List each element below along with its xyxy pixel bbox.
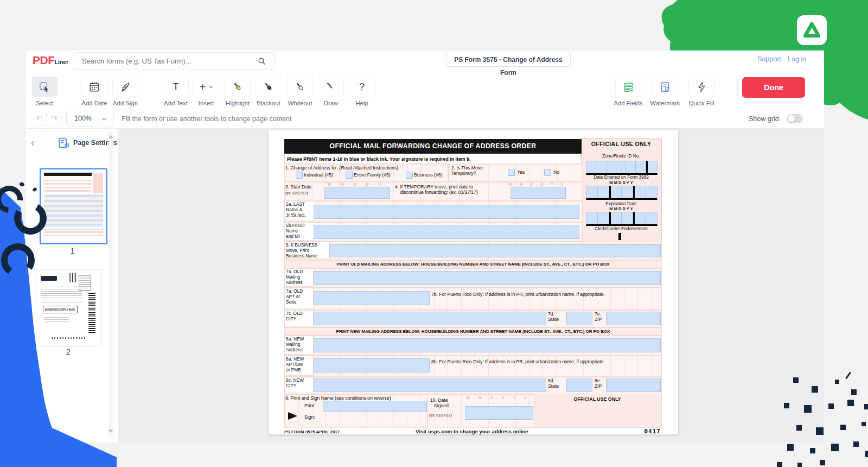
tool-select[interactable]: Select bbox=[29, 77, 60, 106]
sidebar-collapse-icon[interactable]: ‹ bbox=[31, 136, 35, 149]
option-no: No bbox=[553, 169, 559, 175]
tool-blackout[interactable]: Blackout bbox=[253, 77, 284, 106]
signature-pen-icon bbox=[112, 77, 138, 97]
field-print-name[interactable] bbox=[323, 401, 427, 412]
logo-pdf-text: PDF bbox=[33, 54, 55, 66]
old-address-header: PRINT OLD MAILING ADDRESS BELOW: HOUSE/B… bbox=[284, 260, 662, 268]
field-new-city[interactable] bbox=[314, 378, 546, 392]
redo-button[interactable]: ↷ bbox=[47, 112, 62, 126]
tool-add-text[interactable]: T Add Text bbox=[160, 77, 192, 106]
item7a-label: 7a. OLD Mailing Address bbox=[284, 268, 314, 287]
option-business: Business (#6) bbox=[414, 172, 442, 178]
clerk-endorsement-mark bbox=[618, 233, 621, 240]
new-address-header: PRINT NEW MAILING ADDRESS BELOW: HOUSE/B… bbox=[284, 327, 662, 336]
field-discontinue-date[interactable] bbox=[510, 187, 566, 199]
item4-label: 4. If TEMPORARY move, print date to disc… bbox=[395, 184, 478, 195]
item8c-label: 8c. NEW CITY bbox=[284, 377, 314, 393]
field-first-name[interactable] bbox=[314, 225, 579, 239]
done-button[interactable]: Done bbox=[742, 77, 805, 98]
mmddyy-label: M M D D Y Y bbox=[584, 180, 659, 185]
pdfliner-logo-glyph bbox=[802, 21, 821, 40]
checkbox-entire-family[interactable] bbox=[346, 172, 353, 179]
checkbox-yes[interactable] bbox=[508, 169, 515, 176]
print-note: Please PRINT items 1-10 in blue or black… bbox=[284, 155, 582, 163]
checkbox-business[interactable] bbox=[406, 172, 413, 179]
field-business-name[interactable] bbox=[329, 244, 661, 257]
item10-example: (ex. 01/27/17) bbox=[429, 413, 452, 418]
tool-insert[interactable]: + Insert bbox=[190, 77, 222, 106]
field-new-apt[interactable] bbox=[314, 358, 430, 373]
field-old-mailing-address[interactable] bbox=[314, 271, 661, 285]
tool-watermark[interactable]: Watermark bbox=[649, 77, 681, 106]
pdf-page: OFFICIAL MAIL FORWARDING CHANGE OF ADDRE… bbox=[269, 130, 678, 434]
blackout-brush-icon bbox=[256, 77, 282, 97]
tool-draw[interactable]: Draw bbox=[315, 77, 347, 106]
field-date-signed[interactable] bbox=[465, 406, 533, 420]
form-title-bar: OFFICIAL MAIL FORWARDING CHANGE OF ADDRE… bbox=[284, 139, 582, 154]
toggle-knob bbox=[788, 115, 795, 122]
watermark-icon bbox=[652, 77, 678, 97]
search-input[interactable] bbox=[81, 53, 257, 69]
field-new-zip[interactable] bbox=[606, 378, 661, 392]
logo-liner-text: Liner bbox=[55, 59, 69, 65]
sign-arrow-icon bbox=[288, 412, 297, 420]
tool-whiteout[interactable]: Whiteout bbox=[284, 77, 316, 106]
tool-add-sign[interactable]: Add Sign bbox=[110, 77, 141, 106]
field-date-entered[interactable] bbox=[586, 186, 658, 200]
field-old-city[interactable] bbox=[314, 312, 546, 325]
scroll-up-icon[interactable] bbox=[108, 135, 113, 138]
field-old-apt[interactable] bbox=[314, 291, 430, 305]
item2-label: 2. Is This Move Temporary? bbox=[451, 165, 483, 176]
zone-route-label: Zone/Route ID No. bbox=[582, 153, 661, 159]
item5a-label: 5a. LAST Name & Jr./Sr./etc. bbox=[284, 201, 315, 221]
field-new-mailing-address[interactable] bbox=[314, 338, 661, 352]
tool-add-fields[interactable]: Add Fields bbox=[612, 77, 644, 106]
undo-button[interactable]: ↶ bbox=[31, 112, 47, 126]
undo-icon: ↶ bbox=[36, 113, 43, 123]
field-old-state[interactable] bbox=[566, 312, 592, 325]
login-link[interactable]: Log in bbox=[788, 55, 806, 63]
item7e-label: 7e. ZIP bbox=[595, 311, 602, 323]
calendar-icon bbox=[81, 77, 107, 97]
field-zone-route[interactable] bbox=[586, 161, 658, 175]
field-start-date[interactable] bbox=[324, 187, 390, 199]
field-expiration-date[interactable] bbox=[586, 212, 658, 226]
visit-url: usps.com bbox=[428, 428, 452, 434]
item5b-label: 5b.FIRST Name and MI bbox=[284, 222, 315, 241]
date-entered-label: Date Entered on Form 3982 bbox=[582, 175, 661, 180]
mmddyy-hint: M M D D Y Y bbox=[464, 396, 533, 400]
zoom-select[interactable]: 100% bbox=[66, 111, 114, 127]
show-grid-toggle[interactable] bbox=[787, 114, 803, 123]
field-last-name[interactable] bbox=[314, 205, 579, 219]
tool-add-date[interactable]: Add Date bbox=[79, 77, 110, 106]
official-use-title: OFFICIAL USE ONLY bbox=[534, 396, 661, 402]
checkbox-no[interactable] bbox=[544, 169, 551, 176]
visit-note: Visit usps.com to change your address on… bbox=[377, 428, 567, 434]
item9-label: 9. Print and Sign Name (see conditions o… bbox=[285, 395, 391, 401]
tool-highlight[interactable]: Highlight bbox=[222, 77, 253, 106]
tool-quick-fill[interactable]: Quick Fill bbox=[686, 77, 717, 106]
draw-brush-icon bbox=[318, 77, 344, 97]
speck-decoration bbox=[845, 371, 851, 379]
highlight-brush-icon bbox=[225, 77, 251, 97]
field-new-state[interactable] bbox=[566, 378, 592, 392]
tool-help[interactable]: ? Help bbox=[346, 77, 378, 106]
help-icon: ? bbox=[349, 77, 375, 97]
form-code: 0417 bbox=[627, 428, 661, 435]
divider bbox=[427, 394, 428, 427]
search-box[interactable] bbox=[73, 52, 275, 70]
text-icon: T bbox=[163, 77, 189, 97]
divider bbox=[448, 164, 449, 181]
mmddyy-label: M M D D Y Y bbox=[584, 206, 659, 211]
support-link[interactable]: Support bbox=[757, 55, 781, 63]
item7b-label: 7b. For Puerto Rico Only: If address is … bbox=[431, 292, 605, 297]
clerk-endorsement-label: Clerk/Carrier Endorsement bbox=[582, 226, 661, 231]
search-icon[interactable] bbox=[257, 56, 266, 66]
hint-text: Fill the form or use another tools to ch… bbox=[122, 115, 291, 123]
logo[interactable]: PDFLiner bbox=[33, 54, 68, 67]
checkbox-individual[interactable] bbox=[296, 172, 303, 179]
field-old-zip[interactable] bbox=[606, 312, 661, 325]
insert-plus-icon: + bbox=[193, 77, 219, 97]
visit-pre: Visit bbox=[416, 428, 428, 434]
official-use-title: OFFICIAL USE ONLY bbox=[582, 141, 661, 147]
